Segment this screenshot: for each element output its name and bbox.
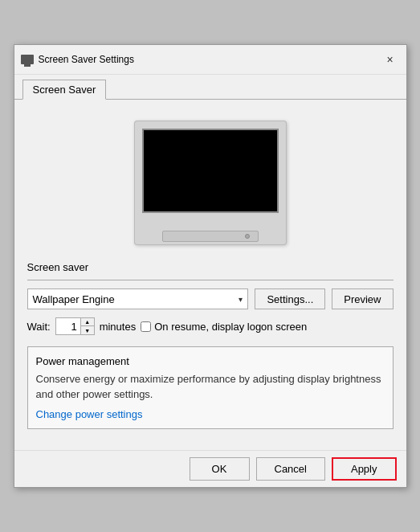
tab-screen-saver-label: Screen Saver <box>33 84 96 96</box>
close-button[interactable]: × <box>381 50 400 69</box>
screen-saver-title: Screen saver <box>27 261 393 273</box>
resume-checkbox-text: On resume, display logon screen <box>154 321 307 333</box>
tab-screen-saver[interactable]: Screen Saver <box>22 80 107 100</box>
change-power-settings-link[interactable]: Change power settings <box>36 408 143 420</box>
screen-saver-section: Screen saver Wallpaper Engine ▾ Settings… <box>27 261 393 335</box>
window-icon <box>21 53 34 66</box>
screen-saver-dropdown[interactable]: Wallpaper Engine ▾ <box>27 289 249 309</box>
cancel-button[interactable]: Cancel <box>256 457 325 481</box>
screen-saver-settings-dialog: Screen Saver Settings × Screen Saver Scr… <box>14 44 407 487</box>
monitor-base <box>162 231 259 242</box>
wait-value[interactable]: 1 <box>56 318 80 334</box>
section-divider <box>27 280 393 280</box>
power-title: Power management <box>36 355 385 367</box>
monitor-led <box>245 234 250 239</box>
settings-button[interactable]: Settings... <box>255 289 325 309</box>
tab-bar: Screen Saver <box>14 75 406 100</box>
spinner-up-button[interactable]: ▲ <box>81 318 94 326</box>
apply-button[interactable]: Apply <box>332 457 397 481</box>
power-description: Conserve energy or maximize performance … <box>36 372 385 401</box>
minutes-label: minutes <box>100 321 137 333</box>
wait-label: Wait: <box>27 321 51 333</box>
title-bar: Screen Saver Settings × <box>14 45 406 75</box>
spinner-down-icon: ▼ <box>84 328 90 334</box>
screen-preview <box>142 129 279 213</box>
monitor-icon <box>21 55 34 64</box>
screen-saver-controls-row: Wallpaper Engine ▾ Settings... Preview <box>27 289 393 309</box>
wait-row: Wait: 1 ▲ ▼ minutes On resume, d <box>27 317 393 335</box>
spinner-up-icon: ▲ <box>84 319 90 325</box>
monitor-preview-container <box>27 113 393 261</box>
preview-button[interactable]: Preview <box>332 289 393 309</box>
footer: OK Cancel Apply <box>14 450 406 487</box>
spinner-down-button[interactable]: ▼ <box>81 326 94 334</box>
wait-spinner: 1 ▲ ▼ <box>55 317 95 335</box>
resume-checkbox-label[interactable]: On resume, display logon screen <box>141 321 307 333</box>
dialog-content: Screen saver Wallpaper Engine ▾ Settings… <box>14 100 406 449</box>
spinner-arrows: ▲ ▼ <box>80 318 94 334</box>
power-management-section: Power management Conserve energy or maxi… <box>27 346 393 428</box>
dropdown-value: Wallpaper Engine <box>33 293 239 305</box>
dropdown-arrow-icon: ▾ <box>239 295 243 304</box>
ok-button[interactable]: OK <box>190 457 250 481</box>
window-title: Screen Saver Settings <box>39 54 381 65</box>
monitor-preview <box>134 121 287 245</box>
resume-checkbox[interactable] <box>141 321 151 332</box>
